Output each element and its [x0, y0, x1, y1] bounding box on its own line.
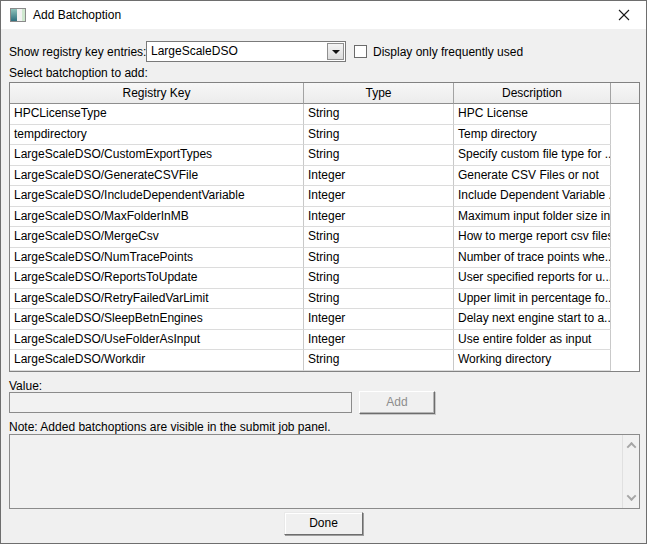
title-bar: Add Batchoption — [1, 1, 646, 29]
cell-description: Generate CSV Files or not — [454, 166, 611, 187]
table-row[interactable]: LargeScaleDSO/MergeCsv String How to mer… — [10, 227, 639, 248]
table-row[interactable]: LargeScaleDSO/UseFolderAsInput Integer U… — [10, 330, 639, 351]
scroll-up-button[interactable] — [623, 437, 640, 454]
cell-registry-key: LargeScaleDSO/Workdir — [10, 350, 304, 371]
table-row[interactable]: LargeScaleDSO/SleepBetnEngines Integer D… — [10, 309, 639, 330]
cell-description: Use entire folder as input — [454, 330, 611, 351]
close-button[interactable] — [601, 1, 646, 29]
cell-registry-key: HPCLicenseType — [10, 104, 304, 125]
cell-registry-key: LargeScaleDSO/MergeCsv — [10, 227, 304, 248]
cell-type: Integer — [304, 309, 454, 330]
chevron-up-icon — [627, 442, 637, 452]
table-row[interactable]: LargeScaleDSO/CustomExportTypes String S… — [10, 145, 639, 166]
cell-registry-key: LargeScaleDSO/GenerateCSVFile — [10, 166, 304, 187]
cell-type: String — [304, 125, 454, 146]
column-header-description[interactable]: Description — [454, 83, 611, 104]
table-row[interactable]: LargeScaleDSO/IncludeDependentVariable I… — [10, 186, 639, 207]
column-header-type[interactable]: Type — [304, 83, 454, 104]
cell-description: Working directory — [454, 350, 611, 371]
column-header-spare — [611, 83, 639, 104]
table-row[interactable]: LargeScaleDSO/MaxFolderInMB Integer Maxi… — [10, 207, 639, 228]
cell-registry-key: LargeScaleDSO/IncludeDependentVariable — [10, 186, 304, 207]
batchoption-table: Registry Key Type Description HPCLicense… — [9, 82, 640, 372]
added-batchoptions-box — [9, 434, 640, 509]
cell-type: String — [304, 268, 454, 289]
vertical-scrollbar[interactable] — [622, 435, 639, 508]
note-label: Note: Added batchoptions are visible in … — [9, 419, 331, 435]
app-icon — [10, 8, 26, 22]
table-body: HPCLicenseType String HPC License tempdi… — [10, 104, 639, 371]
table-row[interactable]: LargeScaleDSO/GenerateCSVFile Integer Ge… — [10, 166, 639, 187]
registry-entries-label: Show registry key entries: — [9, 44, 146, 60]
cell-type: Integer — [304, 207, 454, 228]
chevron-down-icon — [332, 50, 340, 54]
registry-entries-select[interactable]: LargeScaleDSO — [146, 41, 346, 62]
cell-description: How to merge report csv files — [454, 227, 611, 248]
cell-type: String — [304, 227, 454, 248]
cell-registry-key: LargeScaleDSO/UseFolderAsInput — [10, 330, 304, 351]
window-title: Add Batchoption — [33, 1, 121, 29]
cell-description: User specified reports for u... — [454, 268, 611, 289]
table-header: Registry Key Type Description — [10, 83, 639, 104]
cell-description: Temp directory — [454, 125, 611, 146]
cell-registry-key: LargeScaleDSO/CustomExportTypes — [10, 145, 304, 166]
column-header-registry-key[interactable]: Registry Key — [10, 83, 304, 104]
cell-type: String — [304, 350, 454, 371]
frequently-used-checkbox[interactable] — [354, 45, 367, 58]
cell-description: HPC License — [454, 104, 611, 125]
table-row[interactable]: HPCLicenseType String HPC License — [10, 104, 639, 125]
cell-description: Upper limit in percentage fo... — [454, 289, 611, 310]
cell-type: String — [304, 104, 454, 125]
chevron-down-icon — [627, 491, 637, 501]
table-row[interactable]: LargeScaleDSO/NumTracePoints String Numb… — [10, 248, 639, 269]
frequently-used-checkbox-label[interactable]: Display only frequently used — [373, 44, 523, 60]
cell-type: Integer — [304, 186, 454, 207]
registry-entries-dropdown-button[interactable] — [327, 43, 344, 60]
cell-type: Integer — [304, 330, 454, 351]
cell-description: Specify custom file type for ... — [454, 145, 611, 166]
scroll-down-button[interactable] — [623, 489, 640, 506]
cell-type: String — [304, 145, 454, 166]
table-row[interactable]: LargeScaleDSO/ReportsToUpdate String Use… — [10, 268, 639, 289]
value-input[interactable] — [9, 392, 352, 413]
cell-description: Number of trace points whe... — [454, 248, 611, 269]
cell-registry-key: LargeScaleDSO/SleepBetnEngines — [10, 309, 304, 330]
add-button[interactable]: Add — [359, 391, 435, 414]
cell-registry-key: LargeScaleDSO/MaxFolderInMB — [10, 207, 304, 228]
app-icon-right-pane — [22, 9, 25, 21]
table-row[interactable]: tempdirectory String Temp directory — [10, 125, 639, 146]
table-row[interactable]: LargeScaleDSO/RetryFailedVarLimit String… — [10, 289, 639, 310]
add-batchoption-dialog: Add Batchoption Show registry key entrie… — [0, 0, 647, 544]
cell-description: Include Dependent Variable ... — [454, 186, 611, 207]
registry-entries-selected-value: LargeScaleDSO — [151, 42, 325, 61]
cell-description: Delay next engine start to a... — [454, 309, 611, 330]
done-button[interactable]: Done — [284, 512, 363, 535]
cell-type: String — [304, 289, 454, 310]
cell-registry-key: LargeScaleDSO/NumTracePoints — [10, 248, 304, 269]
cell-registry-key: LargeScaleDSO/RetryFailedVarLimit — [10, 289, 304, 310]
cell-registry-key: tempdirectory — [10, 125, 304, 146]
cell-registry-key: LargeScaleDSO/ReportsToUpdate — [10, 268, 304, 289]
cell-type: String — [304, 248, 454, 269]
close-icon — [618, 9, 630, 21]
table-row[interactable]: LargeScaleDSO/Workdir String Working dir… — [10, 350, 639, 371]
cell-type: Integer — [304, 166, 454, 187]
cell-description: Maximum input folder size in... — [454, 207, 611, 228]
select-batchoption-label: Select batchoption to add: — [9, 65, 148, 81]
